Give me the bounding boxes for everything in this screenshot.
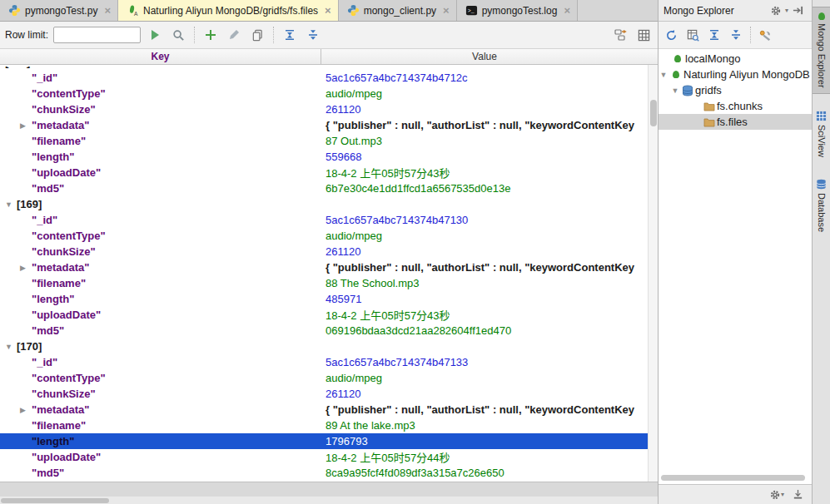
table-row[interactable]: "length"559668 [0,149,648,165]
table-row[interactable]: "uploadDate"18-4-2 上午05时57分43秒 [0,307,648,323]
preview-collection-icon[interactable] [683,26,702,44]
collection-toolbar: Row limit: [0,22,658,49]
tree-item-localmongo[interactable]: localMongo [659,51,812,67]
gear-icon[interactable]: ▾ [769,489,784,501]
key-cell: "chunkSize" [0,388,321,400]
table-row[interactable]: "chunkSize"261120 [0,386,648,402]
value-cell: 5ac1c657a4bc714374b4712c [321,72,648,84]
value-cell: 261120 [321,245,648,258]
table-row[interactable]: "filename"87 Out.mp3 [0,133,648,149]
add-document-button[interactable] [201,26,220,44]
chevron-down-icon[interactable]: ▼ [5,343,17,351]
key-cell: "contentType" [0,372,321,384]
expand-all-button[interactable] [705,26,723,44]
chevron-right-icon[interactable]: ▶ [20,264,32,272]
field-key: "filename" [32,277,86,289]
table-row[interactable]: "length"1796793 [0,433,648,449]
chevron-right-icon[interactable]: ▶ [20,121,32,130]
stripe-tab-label: Mongo Explorer [817,23,827,88]
tree-item-fs-files[interactable]: fs.files [659,114,812,130]
toolbar-separator [273,27,274,43]
field-key: "uploadDate" [32,309,101,321]
key-cell: "length" [0,435,321,447]
table-row[interactable]: "uploadDate"18-4-2 上午05时57分44秒 [0,449,648,465]
key-cell: "uploadDate" [0,309,321,321]
table-row[interactable]: "filename"89 At the lake.mp3 [0,418,648,433]
table-row[interactable]: ▶"metadata"{ "publisher" : null, "author… [0,402,648,418]
table-view-icon[interactable] [634,26,653,44]
chevron-down-icon[interactable]: ▼ [670,86,680,95]
table-row[interactable]: "_id"5ac1c657a4bc714374b4712c [0,70,648,86]
table-row[interactable]: "contentType"audio/mpeg [0,86,648,101]
wrench-settings-icon[interactable] [756,26,774,44]
close-icon[interactable]: × [325,5,331,16]
table-row[interactable]: "md5"069196bdaa3dcd21aa282604ff1ed470 [0,323,648,338]
key-cell: "chunkSize" [0,103,321,116]
tree-item-naturling-server[interactable]: ▼ Naturling Aliyun MongoDB [659,67,812,82]
scroll-to-end-icon[interactable] [793,489,803,500]
close-icon[interactable]: × [443,5,450,16]
tab-mongo-client-py[interactable]: mongo_client.py × [339,0,457,21]
close-icon[interactable]: × [104,5,111,16]
python-file-icon [8,4,21,17]
column-header-value[interactable]: Value [321,49,648,64]
table-row[interactable]: "contentType"audio/mpeg [0,370,648,386]
row-limit-input[interactable] [53,27,141,43]
field-value: 261120 [326,245,360,258]
table-row-group[interactable]: ▼[170] [0,338,648,354]
table-row[interactable]: "md5"6b7e30c4e1dd1ffcd1a6567535d0e13e [0,180,648,196]
tab-label: pymongoTest.log [482,5,558,17]
vertical-scrollbar[interactable] [648,65,658,482]
table-row[interactable]: "chunkSize"261120 [0,101,648,117]
tree-horizontal-scrollbar[interactable] [661,475,805,481]
column-header-key[interactable]: Key [0,49,321,64]
edit-document-button[interactable] [225,26,243,44]
horizontal-scrollbar-thumb[interactable] [1,498,109,503]
vertical-scrollbar-thumb[interactable] [650,100,657,126]
value-cell: 18-4-2 上午05时57分43秒 [321,165,648,180]
chevron-right-icon[interactable]: ▶ [20,406,32,414]
tab-fs-files[interactable]: A Naturling Aliyun MongoDB/gridfs/fs.fil… [118,0,339,21]
gear-icon[interactable] [767,2,785,20]
field-key: "uploadDate" [32,166,101,179]
key-cell: "chunkSize" [0,245,321,258]
chevron-down-icon[interactable]: ▼ [5,200,17,209]
autoscroll-source-icon[interactable] [611,26,629,44]
value-cell: 559668 [321,151,648,163]
field-value: 87 Out.mp3 [326,135,382,147]
table-row[interactable]: "contentType"audio/mpeg [0,228,648,244]
table-row[interactable]: ▶"metadata"{ "publisher" : null, "author… [0,259,648,275]
stripe-tab-mongo-explorer[interactable]: Mongo Explorer [813,7,830,94]
value-cell: 6b7e30c4e1dd1ffcd1a6567535d0e13e [321,182,648,195]
hide-panel-icon[interactable] [788,2,807,20]
collapse-all-button[interactable] [304,26,322,44]
collapse-all-button[interactable] [727,26,745,44]
tab-pymongotest-log[interactable]: >_ pymongoTest.log × [457,0,578,21]
table-row[interactable]: "filename"88 The School.mp3 [0,275,648,291]
expand-all-button[interactable] [281,26,299,44]
table-row[interactable]: "uploadDate"18-4-2 上午05时57分43秒 [0,165,648,180]
table-row[interactable]: "length"485971 [0,291,648,307]
close-icon[interactable]: × [564,5,570,16]
chevron-down-icon[interactable]: ▼ [659,71,668,79]
refresh-icon[interactable] [662,26,680,44]
tab-pymongotest-py[interactable]: pymongoTest.py × [0,0,118,21]
tool-window-stripe: Mongo Explorer SciView Database [812,0,830,504]
table-row[interactable]: "chunkSize"261120 [0,244,648,259]
stripe-tab-sciview[interactable]: SciView [813,106,830,162]
table-row-group[interactable]: ▼[169] [0,196,648,212]
mongo-collection-icon: A [127,4,139,17]
table-row[interactable]: "_id"5ac1c657a4bc714374b47133 [0,354,648,370]
horizontal-scrollbar[interactable] [0,497,658,504]
stripe-tab-database[interactable]: Database [813,174,830,237]
copy-document-button[interactable] [248,26,266,44]
run-query-button[interactable] [146,26,164,44]
table-row[interactable]: "_id"5ac1c657a4bc714374b47130 [0,212,648,228]
tree-item-fs-chunks[interactable]: fs.chunks [659,98,812,114]
search-icon[interactable] [169,26,187,44]
folder-icon [702,117,717,127]
table-row[interactable]: "md5"8ca9a95fcf4fd089df3a315a7c26e650 [0,465,648,481]
tree-item-gridfs[interactable]: ▼ gridfs [659,82,812,98]
key-cell: ▼[169] [0,198,321,210]
table-row[interactable]: ▶"metadata"{ "publisher" : null, "author… [0,117,648,133]
